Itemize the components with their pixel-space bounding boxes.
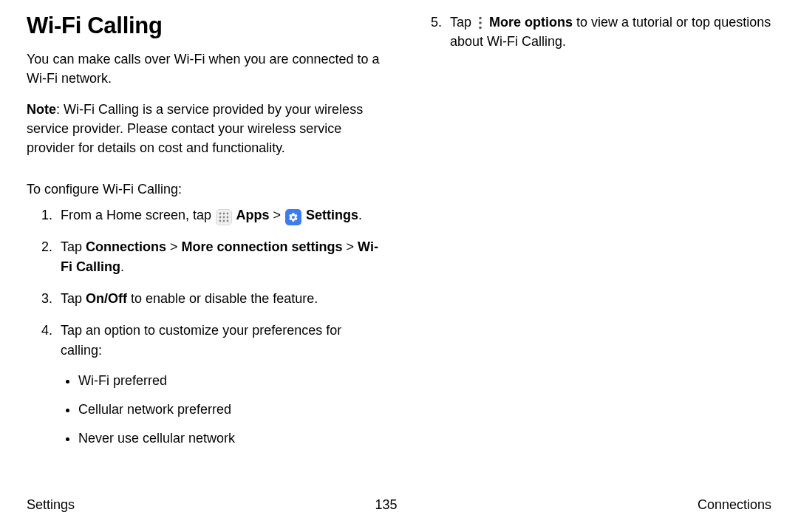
svg-point-9	[479, 17, 482, 20]
apps-icon	[216, 209, 232, 225]
footer-pagenum: 135	[375, 497, 397, 513]
svg-point-2	[227, 213, 229, 215]
step-3: Tap On/Off to enable or disable the feat…	[56, 289, 382, 309]
step-1: From a Home screen, tap Apps > Settings.	[56, 205, 382, 225]
apps-label: Apps	[233, 208, 269, 222]
page-footer: Settings 135 Connections	[0, 497, 798, 513]
page-body: Wi-Fi Calling You can make calls over Wi…	[0, 0, 798, 460]
intro-paragraph: You can make calls over Wi-Fi when you a…	[27, 50, 382, 88]
note-label: Note	[27, 102, 56, 117]
svg-point-6	[219, 220, 222, 222]
step3-pre: Tap	[61, 291, 86, 306]
step3-b: On/Off	[86, 291, 127, 306]
step2-pre: Tap	[61, 239, 86, 254]
step1-sep: >	[269, 208, 284, 222]
left-column: Wi-Fi Calling You can make calls over Wi…	[27, 13, 382, 460]
footer-left: Settings	[27, 497, 75, 513]
svg-point-11	[479, 27, 482, 30]
step5-pre: Tap	[450, 15, 475, 30]
step-5: Tap More options to view a tutorial or t…	[446, 13, 771, 51]
svg-point-4	[223, 216, 225, 219]
configure-lead: To configure Wi-Fi Calling:	[27, 180, 382, 200]
option-never-cellular: Never use cellular network	[78, 429, 382, 449]
step3-post: to enable or disable the feature.	[127, 291, 318, 306]
more-options-label: More options	[485, 15, 573, 30]
svg-point-3	[219, 216, 222, 219]
step1-pre: From a Home screen, tap	[61, 208, 215, 222]
svg-point-1	[223, 213, 225, 215]
section-title: Wi-Fi Calling	[27, 13, 382, 39]
step2-end: .	[120, 259, 124, 274]
step2-b2: More connection settings	[182, 239, 343, 254]
note-text: : Wi-Fi Calling is a service provided by…	[27, 102, 363, 155]
step4-text: Tap an option to customize your preferen…	[61, 323, 341, 358]
svg-point-7	[223, 220, 225, 222]
step-4: Tap an option to customize your preferen…	[56, 321, 382, 449]
footer-right: Connections	[698, 497, 771, 513]
svg-point-0	[219, 213, 222, 215]
settings-label: Settings	[302, 208, 358, 222]
svg-point-10	[479, 21, 482, 24]
step1-end: .	[358, 208, 362, 222]
right-column: Tap More options to view a tutorial or t…	[416, 13, 771, 460]
options-list: Wi-Fi preferred Cellular network preferr…	[61, 371, 382, 449]
svg-point-8	[227, 220, 229, 222]
steps-list: From a Home screen, tap Apps > Settings.…	[27, 205, 382, 449]
more-options-icon	[475, 15, 485, 31]
option-cellular-preferred: Cellular network preferred	[78, 400, 382, 420]
step2-sep2: >	[343, 239, 358, 254]
svg-point-5	[227, 216, 229, 219]
note-paragraph: Note: Wi-Fi Calling is a service provide…	[27, 100, 382, 157]
step2-b1: Connections	[86, 239, 166, 254]
option-wifi-preferred: Wi-Fi preferred	[78, 371, 382, 391]
settings-icon	[285, 209, 301, 225]
step2-sep1: >	[166, 239, 182, 254]
step-2: Tap Connections > More connection settin…	[56, 237, 382, 277]
steps-list-continued: Tap More options to view a tutorial or t…	[416, 13, 771, 51]
